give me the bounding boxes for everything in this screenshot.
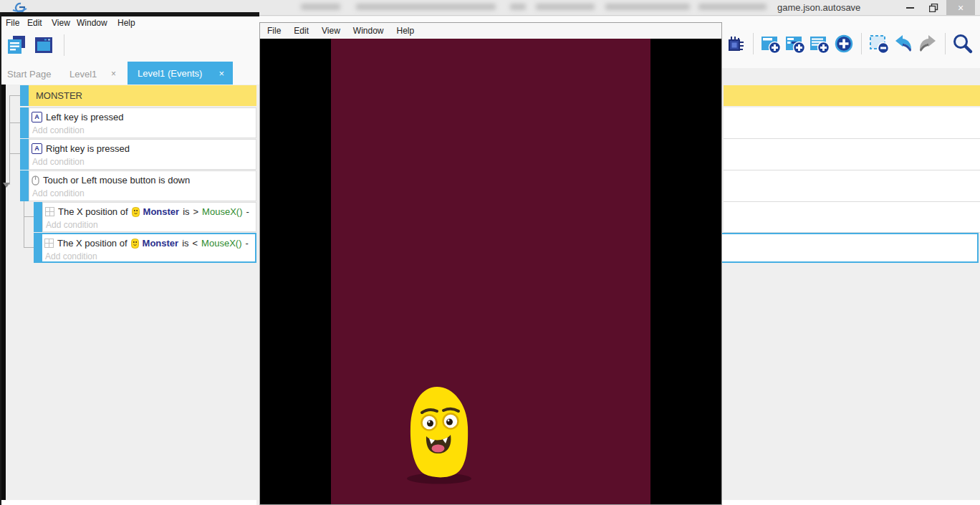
events-toolbar <box>725 33 974 54</box>
menu-help[interactable]: Help <box>117 16 135 28</box>
tab-level1-events-close-icon[interactable]: × <box>218 68 224 79</box>
preview-menu-window[interactable]: Window <box>353 26 384 36</box>
sub-event-row-x-less-selected[interactable]: The X position of Monster is < MouseX() … <box>41 233 256 263</box>
search-icon[interactable] <box>952 33 974 54</box>
game-canvas[interactable] <box>260 39 721 504</box>
condition-line: The X position of Monster is > MouseX() … <box>43 203 256 217</box>
event-handle[interactable] <box>20 139 29 170</box>
condition-prefix: The X position of <box>57 238 128 249</box>
tab-level1-close-icon[interactable]: × <box>111 69 116 79</box>
selected-event-row-continuation[interactable] <box>722 233 979 263</box>
comment-row[interactable]: MONSTER <box>29 85 256 106</box>
event-handle[interactable] <box>34 202 42 232</box>
close-button[interactable]: × <box>946 0 975 15</box>
tree-guide <box>9 122 20 123</box>
event-row-continuation[interactable] <box>724 202 980 233</box>
keyboard-icon: A <box>32 112 42 122</box>
condition-operator: < <box>193 238 198 249</box>
redacted-title-text <box>698 4 767 10</box>
event-handle[interactable] <box>20 107 29 138</box>
add-condition-link[interactable]: Add condition <box>29 122 256 135</box>
condition-line: The X position of Monster is < MouseX() … <box>42 234 255 249</box>
event-row-touch[interactable]: Touch or Left mouse button is down Add c… <box>29 170 256 201</box>
debugger-icon[interactable] <box>725 33 746 54</box>
redacted-title-text <box>510 4 526 10</box>
add-condition-link[interactable]: Add condition <box>43 217 256 230</box>
event-row-right-key[interactable]: A Right key is pressed Add condition <box>29 139 256 170</box>
event-handle[interactable] <box>20 85 29 106</box>
tab-level1[interactable]: Level1 <box>69 69 97 80</box>
menu-edit[interactable]: Edit <box>27 16 42 28</box>
tab-level1-events[interactable]: Level1 (Events) × <box>128 62 233 85</box>
redacted-title-text <box>356 4 496 10</box>
add-circle-icon[interactable] <box>833 33 855 54</box>
condition-operator: > <box>193 206 199 217</box>
toolbar-separator <box>945 33 946 54</box>
undo-icon[interactable] <box>893 33 914 54</box>
event-row-continuation[interactable] <box>724 139 980 170</box>
toolbar-separator <box>861 33 862 54</box>
condition-expression: MouseX() <box>202 206 242 217</box>
preview-menu-file[interactable]: File <box>267 26 281 36</box>
scene-editor-icon[interactable] <box>33 34 54 56</box>
window-title: game.json.autosave <box>777 2 860 13</box>
events-sheet: MONSTER A Left key is pressed Add condit… <box>0 85 259 505</box>
add-event-icon[interactable] <box>760 33 782 54</box>
event-row-continuation[interactable] <box>724 107 980 139</box>
horizontal-scrollbar-track[interactable] <box>722 500 980 505</box>
comment-row-continuation[interactable] <box>724 85 980 106</box>
toolbar-separator <box>753 33 754 54</box>
restore-button[interactable] <box>923 0 943 15</box>
event-row-continuation[interactable] <box>724 170 980 202</box>
condition-line: Touch or Left mouse button is down <box>29 171 256 186</box>
tab-start-page[interactable]: Start Page <box>7 69 51 80</box>
preview-menu-view[interactable]: View <box>322 26 340 36</box>
condition-text: Right key is pressed <box>46 143 130 154</box>
preview-menu-help[interactable]: Help <box>397 26 415 36</box>
menu-window[interactable]: Window <box>77 16 107 28</box>
monster-object-icon <box>131 239 139 249</box>
condition-line: A Left key is pressed <box>29 108 256 122</box>
preview-menu-edit[interactable]: Edit <box>294 26 309 36</box>
deselect-icon[interactable] <box>868 33 890 54</box>
redo-icon[interactable] <box>917 33 938 54</box>
monster-object-icon <box>132 207 140 217</box>
redacted-title-text <box>301 4 340 10</box>
event-handle[interactable] <box>20 170 29 201</box>
condition-tail: - <box>246 206 249 217</box>
event-row-left-key[interactable]: A Left key is pressed Add condition <box>29 107 256 138</box>
tree-guide <box>9 153 20 154</box>
menu-view[interactable]: View <box>52 16 70 28</box>
object-name: Monster <box>143 238 179 249</box>
add-sub-event-icon[interactable] <box>784 33 806 54</box>
collapse-arrow-icon[interactable] <box>3 183 10 188</box>
tree-guide <box>24 247 34 248</box>
condition-text: Left key is pressed <box>46 112 123 122</box>
condition-verb: is <box>182 238 188 249</box>
add-condition-link[interactable]: Add condition <box>42 249 255 261</box>
sub-event-row-x-greater[interactable]: The X position of Monster is > MouseX() … <box>42 202 256 232</box>
project-manager-icon[interactable] <box>6 34 27 56</box>
horizontal-scrollbar-track[interactable] <box>0 500 256 505</box>
object-name: Monster <box>143 206 180 217</box>
condition-tail: - <box>245 238 248 249</box>
condition-verb: is <box>183 206 189 217</box>
add-condition-link[interactable]: Add condition <box>29 186 256 198</box>
tree-guide <box>24 216 34 217</box>
menu-file[interactable]: File <box>6 16 19 28</box>
redacted-title-text <box>605 4 690 10</box>
left-toolbar <box>6 34 68 56</box>
condition-prefix: The X position of <box>58 206 128 217</box>
add-comment-icon[interactable] <box>809 33 830 54</box>
toolbar-separator <box>64 34 64 56</box>
tree-guide <box>9 95 10 185</box>
add-condition-link[interactable]: Add condition <box>29 154 256 167</box>
expression-icon <box>45 207 54 216</box>
titlebar-dark-band <box>0 12 259 16</box>
minimize-button[interactable] <box>900 0 920 15</box>
close-icon: × <box>958 2 964 14</box>
preview-menu-bar: File Edit View Window Help <box>260 23 721 39</box>
condition-expression: MouseX() <box>201 238 241 249</box>
minimize-icon <box>906 7 914 9</box>
monster-sprite <box>403 384 474 486</box>
